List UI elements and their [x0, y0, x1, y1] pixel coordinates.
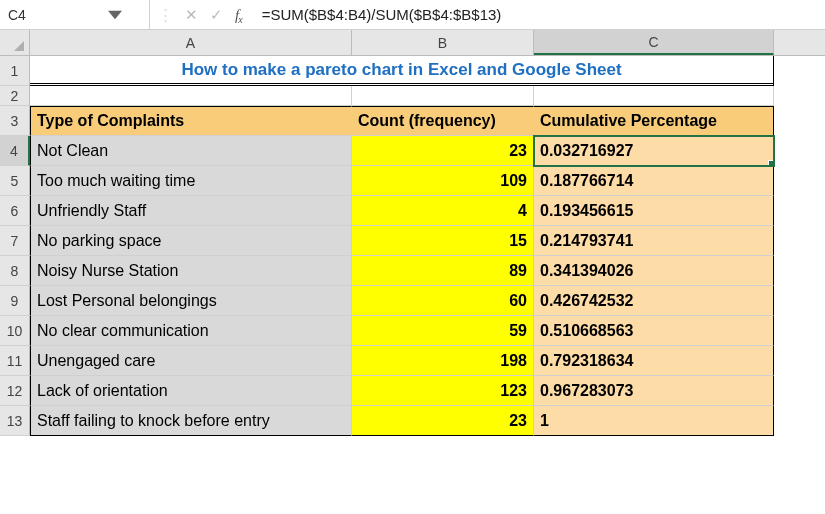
cell-C12[interactable]: 0.967283073: [534, 376, 774, 406]
col-header-A[interactable]: A: [30, 30, 352, 55]
cell-C9[interactable]: 0.426742532: [534, 286, 774, 316]
select-all-corner[interactable]: [0, 30, 30, 55]
cell-C2[interactable]: [534, 86, 774, 106]
cell-C10[interactable]: 0.510668563: [534, 316, 774, 346]
cell-B4[interactable]: 23: [352, 136, 534, 166]
cell-B8[interactable]: 89: [352, 256, 534, 286]
row-9: 9Lost Personal belongings600.426742532: [0, 286, 825, 316]
name-box-wrap: [0, 0, 150, 29]
cancel-icon[interactable]: ✕: [185, 6, 198, 24]
row-header-6[interactable]: 6: [0, 196, 30, 226]
cell-A9[interactable]: Lost Personal belongings: [30, 286, 352, 316]
cell-B6[interactable]: 4: [352, 196, 534, 226]
header-count[interactable]: Count (frequency): [352, 106, 534, 136]
name-box-dropdown-icon[interactable]: [108, 8, 122, 22]
row-6: 6Unfriendly Staff40.193456615: [0, 196, 825, 226]
row-8: 8Noisy Nurse Station890.341394026: [0, 256, 825, 286]
separator-icon: ⋮: [158, 6, 173, 24]
row-11: 11Unengaged care1980.792318634: [0, 346, 825, 376]
column-headers: A B C: [0, 30, 825, 56]
formula-controls: ⋮ ✕ ✓ fx: [150, 6, 252, 24]
cell-B13[interactable]: 23: [352, 406, 534, 436]
enter-icon[interactable]: ✓: [210, 6, 223, 24]
cell-B11[interactable]: 198: [352, 346, 534, 376]
select-all-icon: [14, 41, 24, 51]
row-3: 3 Type of Complaints Count (frequency) C…: [0, 106, 825, 136]
cell-A8[interactable]: Noisy Nurse Station: [30, 256, 352, 286]
cell-B7[interactable]: 15: [352, 226, 534, 256]
header-cum[interactable]: Cumulative Percentage: [534, 106, 774, 136]
row-header-12[interactable]: 12: [0, 376, 30, 406]
cell-A11[interactable]: Unengaged care: [30, 346, 352, 376]
cell-B12[interactable]: 123: [352, 376, 534, 406]
row-header-11[interactable]: 11: [0, 346, 30, 376]
cell-B10[interactable]: 59: [352, 316, 534, 346]
cell-C5[interactable]: 0.187766714: [534, 166, 774, 196]
cell-B5[interactable]: 109: [352, 166, 534, 196]
row-7: 7No parking space150.214793741: [0, 226, 825, 256]
row-header-7[interactable]: 7: [0, 226, 30, 256]
cell-B2[interactable]: [352, 86, 534, 106]
cell-B9[interactable]: 60: [352, 286, 534, 316]
row-1: 1 How to make a pareto chart in Excel an…: [0, 56, 825, 86]
cell-A12[interactable]: Lack of orientation: [30, 376, 352, 406]
header-type[interactable]: Type of Complaints: [30, 106, 352, 136]
cell-A10[interactable]: No clear communication: [30, 316, 352, 346]
cell-A6[interactable]: Unfriendly Staff: [30, 196, 352, 226]
row-header-3[interactable]: 3: [0, 106, 30, 136]
cell-C8[interactable]: 0.341394026: [534, 256, 774, 286]
row-header-10[interactable]: 10: [0, 316, 30, 346]
row-header-4[interactable]: 4: [0, 136, 30, 166]
formula-bar: ⋮ ✕ ✓ fx: [0, 0, 825, 30]
cell-A7[interactable]: No parking space: [30, 226, 352, 256]
cell-A5[interactable]: Too much waiting time: [30, 166, 352, 196]
name-box[interactable]: [8, 7, 108, 23]
cell-C7[interactable]: 0.214793741: [534, 226, 774, 256]
row-header-8[interactable]: 8: [0, 256, 30, 286]
cell-A13[interactable]: Staff failing to knock before entry: [30, 406, 352, 436]
row-header-2[interactable]: 2: [0, 86, 30, 106]
page-title: How to make a pareto chart in Excel and …: [181, 60, 621, 80]
cell-C6[interactable]: 0.193456615: [534, 196, 774, 226]
cell-C11[interactable]: 0.792318634: [534, 346, 774, 376]
row-header-9[interactable]: 9: [0, 286, 30, 316]
fx-icon[interactable]: fx: [235, 6, 244, 24]
col-header-B[interactable]: B: [352, 30, 534, 55]
cell-A4[interactable]: Not Clean: [30, 136, 352, 166]
formula-input[interactable]: [252, 0, 825, 29]
row-4: 4Not Clean230.032716927: [0, 136, 825, 166]
cell-C13[interactable]: 1: [534, 406, 774, 436]
row-2: 2: [0, 86, 825, 106]
cell-A2[interactable]: [30, 86, 352, 106]
row-13: 13Staff failing to knock before entry231: [0, 406, 825, 436]
row-header-5[interactable]: 5: [0, 166, 30, 196]
title-cell[interactable]: How to make a pareto chart in Excel and …: [30, 56, 774, 86]
row-10: 10No clear communication590.510668563: [0, 316, 825, 346]
row-header-13[interactable]: 13: [0, 406, 30, 436]
row-5: 5Too much waiting time1090.187766714: [0, 166, 825, 196]
col-header-C[interactable]: C: [534, 30, 774, 55]
row-12: 12Lack of orientation1230.967283073: [0, 376, 825, 406]
cell-C4[interactable]: 0.032716927: [534, 136, 774, 166]
row-header-1[interactable]: 1: [0, 56, 30, 86]
